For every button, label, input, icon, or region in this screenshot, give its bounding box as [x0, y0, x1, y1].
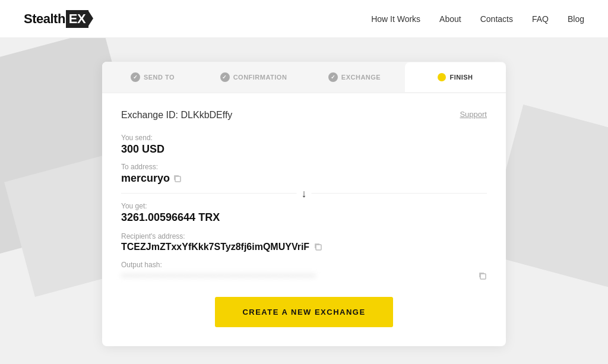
to-address-value: mercuryo — [121, 172, 487, 185]
logo: StealthEX — [24, 10, 88, 28]
nav-contacts[interactable]: Contacts — [480, 14, 513, 24]
step-label-send-to: SEND TO — [144, 74, 175, 81]
step-check-send-to: ✓ — [131, 72, 140, 82]
copy-to-address-icon[interactable] — [173, 175, 182, 183]
step-finish: FINISH — [405, 62, 506, 92]
exchange-card: ✓ SEND TO ✓ CONFIRMATION ✓ EXCHANGE FINI… — [102, 62, 506, 346]
exchange-id: Exchange ID: DLKkbDEffy — [121, 110, 232, 121]
down-arrow-icon: ↓ — [297, 188, 312, 200]
step-send-to: ✓ SEND TO — [102, 62, 203, 93]
step-label-confirmation: CONFIRMATION — [233, 74, 287, 81]
output-hash-row: ••••••••••••••••••••••••••••••••••••••••… — [121, 271, 487, 280]
step-check-confirmation: ✓ — [220, 72, 230, 82]
steps-bar: ✓ SEND TO ✓ CONFIRMATION ✓ EXCHANGE FINI… — [102, 62, 506, 93]
nav-about[interactable]: About — [439, 14, 461, 24]
to-address-label: To address: — [121, 163, 487, 171]
copy-hash-icon[interactable] — [479, 272, 487, 280]
main-content: ✓ SEND TO ✓ CONFIRMATION ✓ EXCHANGE FINI… — [0, 38, 608, 364]
main-nav: How It Works About Contacts FAQ Blog — [371, 14, 584, 24]
nav-faq[interactable]: FAQ — [532, 14, 549, 24]
you-send-label: You send: — [121, 134, 487, 142]
you-send-value: 300 USD — [121, 143, 487, 156]
logo-ex: EX — [66, 10, 88, 28]
svg-rect-1 — [316, 245, 321, 250]
recipient-address-value: TCEZJmZTxxYfKkk7STyz8fj6imQMUYVriF — [121, 242, 487, 252]
svg-rect-0 — [175, 176, 180, 182]
card-body: Exchange ID: DLKkbDEffy Support You send… — [102, 93, 506, 346]
middle-divider: ↓ — [121, 193, 487, 194]
step-label-finish: FINISH — [449, 74, 473, 81]
svg-rect-2 — [480, 274, 486, 279]
step-check-exchange: ✓ — [328, 72, 338, 82]
you-get-label: You get: — [121, 202, 487, 210]
header: StealthEX How It Works About Contacts FA… — [0, 0, 608, 38]
create-new-exchange-button[interactable]: CREATE A NEW EXCHANGE — [215, 297, 393, 327]
output-hash-label: Output hash: — [121, 261, 487, 269]
copy-recipient-icon[interactable] — [314, 243, 322, 251]
step-dot-finish — [438, 73, 446, 81]
step-label-exchange: EXCHANGE — [341, 74, 381, 81]
you-get-value: 3261.00596644 TRX — [121, 211, 487, 224]
to-address-section: To address: mercuryo — [121, 163, 487, 185]
logo-text: Stealth — [24, 11, 65, 27]
recipient-label: Recipient's address: — [121, 232, 487, 240]
step-exchange: ✓ EXCHANGE — [304, 62, 405, 93]
you-send-section: You send: 300 USD — [121, 134, 487, 156]
step-confirmation: ✓ CONFIRMATION — [203, 62, 304, 93]
output-hash-section: Output hash: •••••••••••••••••••••••••••… — [121, 261, 487, 280]
nav-how-it-works[interactable]: How It Works — [371, 14, 420, 24]
nav-blog[interactable]: Blog — [568, 14, 584, 24]
support-button[interactable]: Support — [460, 110, 487, 119]
you-get-section: You get: 3261.00596644 TRX — [121, 202, 487, 224]
recipient-section: Recipient's address: TCEZJmZTxxYfKkk7STy… — [121, 232, 487, 252]
output-hash-value: ••••••••••••••••••••••••••••••••••••••••… — [121, 271, 474, 280]
card-header-row: Exchange ID: DLKkbDEffy Support — [121, 110, 487, 121]
